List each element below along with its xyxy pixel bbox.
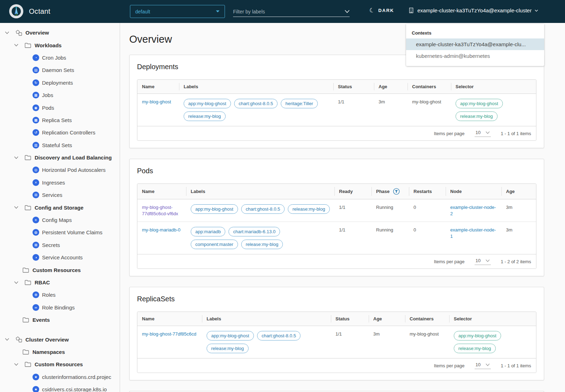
label-tag: app:my-blog-ghost (207, 331, 254, 340)
column-header-status: Status (331, 312, 369, 326)
label-filter-placeholder: Filter by labels (233, 9, 265, 14)
folder-icon (24, 204, 32, 211)
node-link[interactable]: example-cluster-node-1 (450, 227, 496, 239)
sidebar-item-ingresses[interactable]: ×Ingresses (0, 176, 120, 189)
sidebar-item-persistent-volume-claims[interactable]: ◍Persistent Volume Claims (0, 226, 120, 239)
sidebar-item-label: Secrets (42, 242, 60, 248)
sidebar-item-config-and-storage[interactable]: Config and Storage (0, 201, 120, 213)
sidebar-item-role-bindings[interactable]: ∞Role Bindings (0, 301, 120, 314)
sidebar-item-services[interactable]: ⊞Services (0, 189, 120, 201)
items-per-page-value: 10 (476, 258, 481, 263)
theme-toggle-label: DARK (378, 8, 394, 13)
sidebar-item-label: Horizontal Pod Autoscalers (42, 167, 106, 173)
table-pagination: Items per page101 - 1 of 1 items (137, 126, 536, 140)
sidebar-item-cron-jobs[interactable]: ◔Cron Jobs (0, 52, 120, 64)
context-selector-button[interactable]: example-cluster-ka3TuTzYo4a@example-clus… (408, 7, 538, 13)
sidebar-item-custom-resources[interactable]: Custom Resources (0, 264, 120, 276)
folder-icon (22, 316, 30, 324)
chevron-down-icon[interactable] (13, 205, 19, 210)
items-per-page-label: Items per page (434, 131, 465, 136)
sidebar-item-jobs[interactable]: ▦Jobs (0, 89, 120, 101)
cell-selector: app:my-blog-ghostrelease:my-blog (451, 94, 536, 126)
cell-age: 3m (501, 199, 536, 222)
services-icon: ⊞ (32, 192, 39, 198)
service-accounts-icon: ◑ (32, 254, 39, 261)
items-per-page-select[interactable]: 10 (475, 362, 491, 369)
persistent-volume-claims-icon: ◍ (32, 229, 39, 236)
items-per-page-select[interactable]: 10 (475, 130, 491, 137)
filter-funnel-icon[interactable] (393, 188, 400, 195)
cell-selector: app:my-blog-ghostrelease:my-blog (449, 326, 536, 358)
namespace-select[interactable]: default (130, 5, 225, 18)
sidebar-item-stateful-sets[interactable]: ▥Stateful Sets (0, 139, 120, 151)
chevron-down-icon[interactable] (13, 362, 19, 367)
resource-name-link[interactable]: my-blog-ghost-77df85c6cd-vf6dx (142, 205, 178, 216)
context-label: example-cluster-ka3TuTzYo4a@example-clus… (417, 7, 531, 13)
node-link[interactable]: example-cluster-node-2 (450, 205, 496, 216)
resource-table: NameLabelsStatusAgeContainersSelectormy-… (137, 312, 536, 373)
label-filter-input[interactable]: Filter by labels (233, 6, 350, 17)
daemon-sets-icon: ▤ (32, 67, 39, 73)
label-tag: chart:ghost-8.0.5 (241, 204, 285, 214)
resource-name-link[interactable]: my-blog-mariadb-0 (142, 227, 180, 233)
caret-down-icon (486, 363, 490, 366)
sidebar-item-roles[interactable]: ⊕Roles (0, 289, 120, 301)
table-row: my-blog-mariadb-0app:mariadbchart:mariad… (137, 222, 536, 254)
resource-name-link[interactable]: my-blog-ghost-77df85c6cd (142, 331, 196, 337)
sidebar-item-rbac[interactable]: RBAC (0, 276, 120, 289)
label-tag: release:my-blog (241, 240, 283, 249)
column-header-labels: Labels (186, 184, 334, 199)
sidebar-item-workloads[interactable]: Workloads (0, 39, 120, 51)
theme-toggle-button[interactable]: ☾ DARK (369, 7, 394, 13)
sidebar-item-deployments[interactable]: ↻Deployments (0, 77, 120, 89)
sidebar-item-config-maps[interactable]: ≡Config Maps (0, 214, 120, 226)
caret-down-icon (216, 10, 220, 13)
sidebar-item-secrets[interactable]: ⊠Secrets (0, 239, 120, 251)
column-header-selector: Selector (449, 312, 536, 326)
config-maps-icon: ≡ (32, 217, 39, 223)
labels-tags: app:mariadbchart:mariadb-6.13.0component… (191, 227, 330, 249)
column-header-selector: Selector (451, 80, 536, 94)
cell-labels: app:my-blog-ghostchart:ghost-8.0.5herita… (179, 94, 333, 126)
chevron-down-icon[interactable] (4, 337, 10, 342)
sidebar-item-custom-resources[interactable]: Custom Resources (0, 358, 120, 370)
items-per-page-select[interactable]: 10 (475, 258, 491, 265)
resource-name-link[interactable]: my-blog-ghost (142, 99, 171, 104)
folder-icon (24, 361, 32, 368)
pagination-range: 1 - 2 of 2 items (501, 259, 531, 264)
sidebar-item-service-accounts[interactable]: ◑Service Accounts (0, 251, 120, 264)
app-header: Octant default Filter by labels ☾ DARK e… (0, 0, 565, 23)
sidebar-item-csidrivers-csi-storage-k8s-io[interactable]: ★csidrivers.csi.storage.k8s.io (0, 383, 120, 392)
sidebar-item-label: Namespaces (32, 349, 65, 355)
column-header-name: Name (137, 312, 202, 326)
chevron-down-icon[interactable] (4, 30, 10, 36)
role-bindings-icon: ∞ (32, 304, 39, 311)
sidebar-item-clusterinformations-crd-projec[interactable]: ★clusterinformations.crd.projec (0, 371, 120, 383)
context-menu-item[interactable]: example-cluster-ka3TuTzYo4a@example-clu.… (406, 38, 544, 50)
sidebar-item-label: RBAC (35, 279, 50, 285)
sidebar-item-events[interactable]: Events (0, 314, 120, 326)
cell-ready: 1/1 (334, 199, 371, 222)
context-menu-item[interactable]: kubernetes-admin@kubernetes (406, 50, 544, 62)
label-tag: app:my-blog-ghost (191, 204, 238, 214)
sidebar-item-discovery-and-load-balancing[interactable]: Discovery and Load Balancing (0, 151, 120, 164)
label-tag: heritage:Tiller (281, 99, 317, 108)
chevron-down-icon[interactable] (13, 42, 19, 48)
jobs-icon: ▦ (32, 92, 39, 98)
sidebar-item-namespaces[interactable]: Namespaces (0, 346, 120, 358)
sidebar-item-horizontal-pod-autoscalers[interactable]: ◎Horizontal Pod Autoscalers (0, 164, 120, 176)
sidebar-item-pods[interactable]: ◉Pods (0, 101, 120, 114)
moon-icon: ☾ (369, 7, 375, 14)
sidebar-item-cluster-overview[interactable]: Cluster Overview (0, 333, 120, 345)
sidebar-item-overview[interactable]: Overview (0, 26, 120, 39)
chevron-down-icon[interactable] (13, 280, 19, 285)
sidebar-item-daemon-sets[interactable]: ▤Daemon Sets (0, 64, 120, 76)
column-header-containers: Containers (408, 80, 451, 94)
table-pagination: Items per page101 - 2 of 2 items (137, 254, 536, 269)
sidebar-item-replication-controllers[interactable]: ↺Replication Controllers (0, 126, 120, 139)
sidebar-item-label: Roles (42, 292, 55, 298)
pods-icon: ◉ (32, 104, 39, 111)
sidebar-item-label: csidrivers.csi.storage.k8s.io (42, 386, 107, 392)
sidebar-item-replica-sets[interactable]: ▩Replica Sets (0, 114, 120, 126)
chevron-down-icon[interactable] (13, 155, 19, 161)
